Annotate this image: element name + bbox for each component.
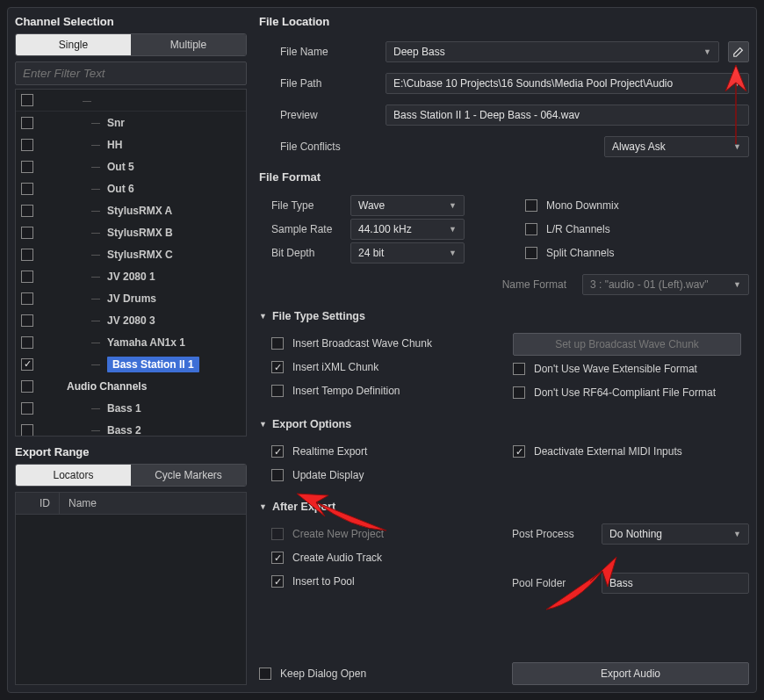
sample-rate-value: 44.100 kHz [358, 223, 412, 235]
tab-locators[interactable]: Locators [16, 465, 131, 486]
channel-checkbox[interactable] [21, 336, 33, 349]
sample-rate-dropdown[interactable]: 44.100 kHz ▼ [350, 219, 465, 240]
name-format-value: 3 : "audio - 01 (Left).wav" [590, 278, 709, 291]
channel-label[interactable]: Out 6 [107, 183, 134, 195]
insert-tempo-checkbox[interactable] [271, 385, 284, 397]
tree-row[interactable]: —Snr [16, 112, 246, 134]
tree-row[interactable]: —Yamaha AN1x 1 [16, 331, 246, 353]
name-format-label: Name Format [502, 278, 566, 291]
channel-checkbox[interactable] [21, 227, 33, 239]
tab-multiple[interactable]: Multiple [131, 34, 246, 55]
channel-label[interactable]: Bass Station II 1 [107, 357, 199, 372]
pool-folder-input[interactable] [602, 573, 749, 594]
channel-checkbox[interactable] [21, 292, 33, 305]
channel-filter-input[interactable] [15, 61, 247, 85]
channel-label[interactable]: Audio Channels [67, 380, 147, 393]
setup-bwav-button[interactable]: Set up Broadcast Wave Chunk [513, 333, 741, 356]
channel-checkbox[interactable] [21, 183, 33, 195]
insert-tempo-label: Insert Tempo Definition [292, 385, 400, 397]
file-name-row: File Name Deep Bass ▼ [280, 41, 749, 62]
tree-row[interactable]: —Bass 2 [16, 419, 246, 437]
file-format-title: File Format [259, 170, 749, 184]
channel-checkbox[interactable] [21, 424, 33, 437]
tree-row[interactable]: —Bass Station II 1 [16, 353, 246, 375]
channel-checkbox[interactable] [21, 402, 33, 415]
tree-row[interactable]: —Bass 1 [16, 397, 246, 419]
tree-row[interactable]: —HH [16, 134, 246, 155]
file-path-dropdown[interactable]: E:\Cubase 10 Projects\16 Sounds\Media Po… [386, 73, 749, 94]
realtime-export-label: Realtime Export [292, 445, 367, 458]
export-range-title: Export Range [15, 445, 247, 458]
channel-label[interactable]: Out 5 [107, 161, 134, 173]
file-conflicts-dropdown[interactable]: Always Ask ▼ [604, 136, 749, 157]
channel-label[interactable]: StylusRMX C [107, 249, 173, 261]
caret-down-icon: ▼ [449, 201, 457, 210]
channel-checkbox[interactable] [21, 139, 33, 151]
file-type-settings-header[interactable]: ▼File Type Settings [259, 310, 749, 322]
insert-ixml-label: Insert iXML Chunk [292, 361, 378, 373]
keep-dialog-open-checkbox[interactable] [259, 668, 271, 680]
caret-down-icon: ▼ [449, 249, 457, 257]
file-type-dropdown[interactable]: Wave ▼ [350, 195, 465, 216]
channel-label[interactable]: Yamaha AN1x 1 [107, 336, 185, 349]
channel-label[interactable]: Bass 2 [107, 424, 141, 437]
no-rf64-checkbox[interactable] [513, 386, 525, 399]
channel-label[interactable]: JV 2080 3 [107, 314, 155, 327]
file-name-dropdown[interactable]: Deep Bass ▼ [386, 41, 719, 62]
channel-tree[interactable]: — —Snr—HH—Out 5—Out 6—StylusRMX A—Stylus… [15, 89, 247, 437]
tree-row[interactable]: —StylusRMX B [16, 221, 246, 243]
lr-channels-checkbox[interactable] [525, 223, 537, 235]
name-format-dropdown[interactable]: 3 : "audio - 01 (Left).wav" ▼ [582, 274, 749, 295]
channel-label[interactable]: StylusRMX A [107, 205, 172, 217]
channel-checkbox[interactable] [21, 380, 33, 393]
tab-cycle-markers[interactable]: Cycle Markers [131, 465, 246, 486]
channel-checkbox[interactable] [21, 117, 33, 129]
tree-row[interactable]: —JV 2080 3 [16, 309, 246, 331]
tree-row[interactable]: —JV Drums [16, 287, 246, 309]
edit-name-scheme-button[interactable] [728, 41, 749, 62]
post-process-dropdown[interactable]: Do Nothing ▼ [602, 523, 749, 545]
channel-checkbox[interactable] [21, 161, 33, 173]
channel-checkbox[interactable] [21, 271, 33, 283]
tab-single[interactable]: Single [16, 34, 131, 55]
split-channels-checkbox[interactable] [525, 247, 537, 259]
no-wave-ext-checkbox[interactable] [513, 363, 525, 375]
tree-row[interactable]: —Out 6 [16, 177, 246, 199]
channel-checkbox[interactable] [21, 94, 33, 106]
export-options-header[interactable]: ▼Export Options [259, 418, 749, 430]
tree-row[interactable]: Audio Channels [16, 375, 246, 397]
caret-down-icon: ▼ [449, 225, 457, 234]
tree-row[interactable]: —StylusRMX A [16, 199, 246, 221]
channel-label[interactable]: Bass 1 [107, 402, 141, 415]
channel-label[interactable]: StylusRMX B [107, 227, 173, 239]
caret-down-icon: ▼ [733, 142, 741, 151]
create-audio-track-checkbox[interactable] [271, 552, 284, 564]
channel-checkbox[interactable] [21, 205, 33, 217]
bit-depth-dropdown[interactable]: 24 bit ▼ [350, 242, 465, 263]
update-display-label: Update Display [292, 469, 364, 481]
tree-row[interactable]: —StylusRMX C [16, 243, 246, 265]
insert-ixml-checkbox[interactable] [271, 361, 284, 373]
channel-checkbox[interactable] [21, 358, 33, 371]
realtime-export-checkbox[interactable] [271, 445, 284, 458]
channel-mode-tabs: Single Multiple [15, 33, 247, 56]
tree-row[interactable]: —Out 5 [16, 155, 246, 177]
preview-row: Preview Bass Station II 1 - Deep Bass - … [280, 105, 749, 126]
tree-row[interactable]: —JV 2080 1 [16, 265, 246, 287]
update-display-checkbox[interactable] [271, 469, 284, 481]
deactivate-midi-checkbox[interactable] [513, 445, 525, 458]
channel-checkbox[interactable] [21, 314, 33, 327]
channel-label[interactable]: HH [107, 139, 122, 151]
insert-bwav-checkbox[interactable] [271, 337, 284, 350]
tree-branch-icon: — [90, 118, 102, 127]
channel-label[interactable]: JV 2080 1 [107, 271, 155, 283]
mono-downmix-checkbox[interactable] [525, 199, 537, 212]
tree-row-partial[interactable]: — [16, 90, 246, 112]
channel-checkbox[interactable] [21, 249, 33, 261]
channel-label[interactable]: Snr [107, 117, 125, 129]
export-audio-button[interactable]: Export Audio [512, 662, 749, 685]
insert-to-pool-checkbox[interactable] [271, 575, 284, 588]
channel-label[interactable]: JV Drums [107, 292, 156, 305]
range-list[interactable]: ID Name [15, 492, 247, 685]
after-export-header[interactable]: ▼After Export [259, 501, 749, 513]
